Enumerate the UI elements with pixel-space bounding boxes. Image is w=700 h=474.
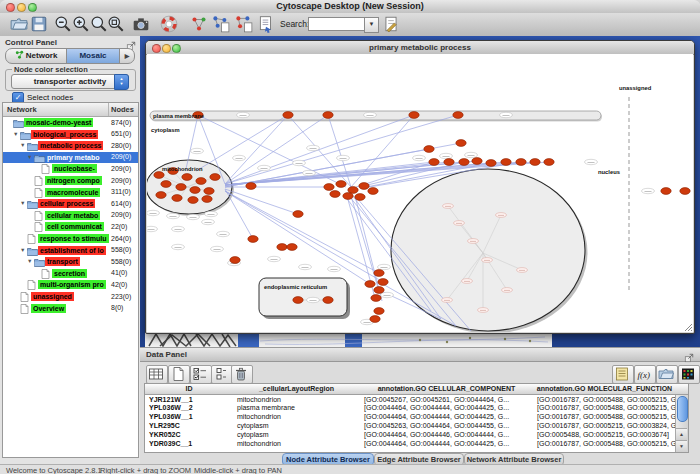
scroll-down-button[interactable]: ▼	[676, 440, 687, 452]
tree-item-label[interactable]: cell communicat	[45, 222, 104, 231]
import-table-button[interactable]	[257, 15, 275, 33]
tree-row[interactable]: mosaic-demo-yeast874(0)	[3, 117, 138, 129]
table-cell[interactable]: YPL036W__1	[145, 413, 237, 422]
tree-row[interactable]: ▼transport558(0)	[3, 256, 138, 268]
column-header[interactable]: _cellularLayoutRegion	[233, 384, 361, 395]
data-panel-titlebar[interactable]: Data Panel	[140, 348, 700, 362]
disclosure-triangle-icon[interactable]: ▼	[13, 131, 18, 137]
attribute-matrix-button[interactable]	[678, 365, 700, 384]
table-cell[interactable]: [GO:0016787, GO:0005488, GO:0005215, G..…	[533, 404, 680, 413]
merge-networks-b-button[interactable]	[235, 15, 253, 33]
table-cell[interactable]: mitochondrion	[233, 396, 364, 405]
control-panel-float-icon[interactable]	[126, 37, 136, 47]
tab-overflow-button[interactable]: ▶	[119, 48, 135, 64]
tree-item-label[interactable]: nucleobase-	[52, 164, 97, 173]
formula-builder-button[interactable]: f(x)	[634, 365, 656, 384]
vizmapper-button[interactable]	[190, 15, 208, 33]
table-cell[interactable]: [GO:0044464, GO:0044444, GO:0044425, G..…	[360, 413, 537, 422]
tree-row[interactable]: Overview8(0)	[3, 303, 138, 315]
merge-networks-a-button[interactable]	[212, 15, 230, 33]
tree-row[interactable]: cellular metabo209(0)	[3, 210, 138, 222]
tree-item-label[interactable]: unassigned	[31, 292, 74, 301]
tree-item-label[interactable]: nitrogen compo	[45, 176, 102, 185]
tree-row[interactable]: nitrogen compo209(0)	[3, 175, 138, 187]
tree-row[interactable]: ▼cellular process614(0)	[3, 198, 138, 210]
tree-row[interactable]: response to stimulu264(0)	[3, 233, 138, 245]
tree-item-label[interactable]: multi-organism pro	[38, 280, 106, 289]
tree-row[interactable]: macromolecule311(0)	[3, 187, 138, 199]
column-header[interactable]: annotation.GO MOLECULAR_FUNCTION	[533, 384, 677, 395]
column-header[interactable]: ID	[145, 384, 234, 395]
tree-row[interactable]: nucleobase-209(0)	[3, 163, 138, 175]
table-cell[interactable]: plasma membrane	[233, 404, 364, 413]
select-attributes-button[interactable]	[190, 365, 212, 384]
tree-item-label[interactable]: mosaic-demo-yeast	[24, 118, 93, 127]
table-cell[interactable]: [GO:0044464, GO:0044446, GO:0044444, G..…	[360, 431, 537, 440]
tree-item-label[interactable]: cellular metabo	[45, 211, 100, 220]
resize-grip-icon[interactable]	[684, 323, 693, 332]
table-cell[interactable]: [GO:0045263, GO:0044464, GO:0044455, G..…	[360, 422, 537, 431]
disclosure-triangle-icon[interactable]: ▼	[27, 154, 32, 160]
new-attribute-button[interactable]	[168, 365, 190, 384]
attribute-table-button[interactable]	[146, 365, 168, 384]
network-window-titlebar[interactable]: primary metabolic process	[146, 41, 694, 55]
search-dropdown-button[interactable]: ▼	[364, 17, 379, 33]
search-config-button[interactable]	[382, 15, 400, 33]
data-panel-float-icon[interactable]	[684, 349, 694, 359]
table-cell[interactable]: [GO:0044464, GO:0044444, GO:0044425, G..…	[360, 440, 537, 449]
tree-item-label[interactable]: metabolic process	[38, 141, 103, 150]
zoom-selected-button[interactable]	[107, 15, 125, 33]
tree-item-label[interactable]: transport	[45, 257, 80, 266]
column-header[interactable]: annotation.GO CELLULAR_COMPONENT	[360, 384, 534, 395]
tree-row[interactable]: ▼primary metabo209(0)	[3, 152, 138, 164]
table-cell[interactable]: cytoplasm	[233, 431, 364, 440]
tree-row[interactable]: ▼establishment of lo558(0)	[3, 245, 138, 257]
disclosure-triangle-icon[interactable]: ▼	[20, 142, 25, 148]
tree-row[interactable]: unassigned223(0)	[3, 291, 138, 303]
table-cell[interactable]: [GO:0044464, GO:0044444, GO:0044425, G..…	[360, 404, 537, 413]
tree-item-label[interactable]: secretion	[52, 269, 87, 278]
network-graph[interactable]: plasma membranecytoplasmmitochondrionnuc…	[147, 54, 693, 332]
scroll-up-button[interactable]: ▲	[676, 428, 687, 440]
zoom-in-button[interactable]	[72, 15, 90, 33]
annotation-notes-button[interactable]	[612, 365, 634, 384]
table-cell[interactable]: cytoplasm	[233, 422, 364, 431]
disclosure-triangle-icon[interactable]: ▼	[20, 247, 25, 253]
table-cell[interactable]: YPL036W__2	[145, 404, 237, 413]
tab-mosaic[interactable]: Mosaic	[66, 48, 120, 64]
search-input[interactable]	[308, 17, 366, 31]
disclosure-triangle-icon[interactable]: ▼	[20, 200, 25, 206]
table-cell[interactable]: mitochondrion	[233, 413, 364, 422]
tree-row[interactable]: secretion41(0)	[3, 268, 138, 280]
help-ring-button[interactable]	[160, 15, 178, 33]
table-cell[interactable]: [GO:0016787, GO:0005215, GO:0003824, G..…	[533, 422, 680, 431]
color-attribute-dropdown[interactable]: transporter activity ▲▼	[11, 74, 129, 89]
tab-network[interactable]: Network	[5, 48, 67, 64]
table-cell[interactable]: [GO:0045267, GO:0045261, GO:0044464, G..…	[360, 396, 537, 405]
tree-item-label[interactable]: response to stimulu	[38, 234, 109, 243]
tree-row[interactable]: multi-organism pro42(0)	[3, 279, 138, 291]
vertical-scrollbar[interactable]: ▲▼	[675, 395, 688, 452]
tree-row[interactable]: ▼metabolic process280(0)	[3, 140, 138, 152]
tree-item-label[interactable]: macromolecule	[45, 188, 100, 197]
tree-row[interactable]: cell communicat22(0)	[3, 221, 138, 233]
app-titlebar[interactable]: Cytoscape Desktop (New Session)	[0, 0, 700, 14]
table-cell[interactable]: YJR121W__1	[145, 396, 237, 405]
table-cell[interactable]: YKR052C	[145, 431, 237, 440]
table-cell[interactable]: [GO:0005488, GO:0005215, GO:0003674]	[533, 431, 680, 440]
scrollbar-thumb[interactable]	[677, 396, 688, 422]
disclosure-triangle-icon[interactable]: ▼	[27, 258, 32, 264]
zoom-fit-button[interactable]	[90, 15, 108, 33]
table-cell[interactable]: [GO:0016787, GO:0005488, GO:0005215, G..…	[533, 440, 680, 449]
save-session-button[interactable]	[30, 15, 48, 33]
table-cell[interactable]: [GO:0016787, GO:0005488, GO:0005215, G..…	[533, 396, 680, 405]
tree-item-label[interactable]: cellular process	[38, 199, 95, 208]
tree-item-label[interactable]: establishment of lo	[38, 246, 106, 255]
zoom-out-button[interactable]	[54, 15, 72, 33]
network-canvas[interactable]: plasma membranecytoplasmmitochondrionnuc…	[147, 54, 693, 332]
table-cell[interactable]: mitochondrion	[233, 440, 364, 449]
load-attributes-button[interactable]	[656, 365, 678, 384]
unselect-attributes-button[interactable]	[211, 365, 233, 384]
open-session-button[interactable]	[10, 15, 28, 33]
tree-item-label[interactable]: biological_process	[31, 130, 98, 139]
